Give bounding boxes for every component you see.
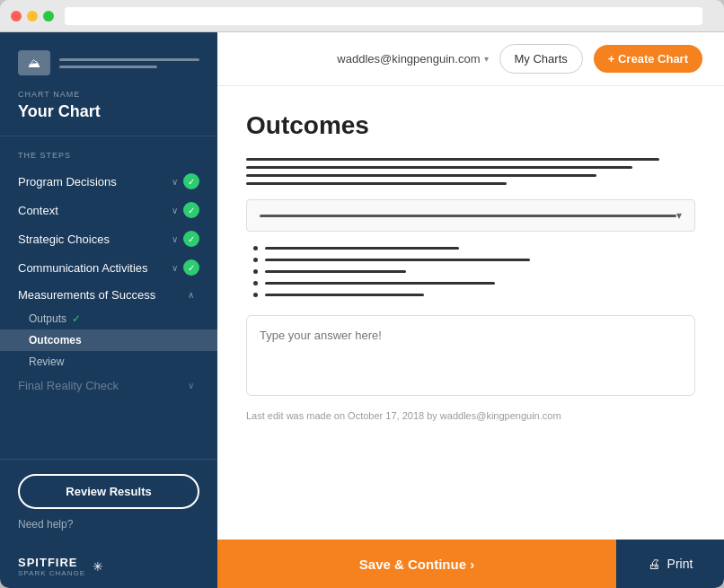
sidebar-item-context[interactable]: Context ∨ ✓	[0, 196, 217, 224]
check-icon: ✓	[183, 231, 199, 247]
bullet-text	[265, 259, 530, 261]
print-button[interactable]: 🖨 Print	[616, 540, 724, 588]
printer-icon: 🖨	[648, 557, 660, 571]
text-line-2	[246, 166, 632, 169]
nav-item-label: Program Decisions	[18, 175, 172, 189]
need-help-link[interactable]: Need help?	[18, 518, 199, 531]
sidebar-sub-review[interactable]: Review	[0, 351, 217, 373]
spitfire-icon: SPITFIRE SPARK CHANGE	[18, 556, 85, 577]
nav-item-label: Strategic Choices	[18, 233, 172, 246]
chevron-down-icon: ∨	[188, 381, 194, 391]
nav-item-label: Final Reality Check	[18, 379, 188, 392]
nav-item-label: Communication Activities	[18, 261, 172, 275]
check-icon: ✓	[72, 312, 81, 325]
chevron-down-icon: ∨	[172, 263, 178, 273]
star-icon: ✳	[93, 559, 103, 574]
dropdown-selected-value	[260, 215, 676, 217]
title-bar	[0, 0, 724, 32]
sidebar-item-communication-activities[interactable]: Communication Activities ∨ ✓	[0, 253, 217, 282]
sidebar-sub-outcomes[interactable]: Outcomes	[0, 329, 217, 351]
bottom-bar: Save & Continue › 🖨 Print	[217, 540, 724, 588]
chevron-up-icon: ∧	[188, 290, 194, 300]
minimize-button[interactable]	[27, 11, 38, 22]
chevron-down-icon: ∨	[172, 206, 178, 215]
list-item	[253, 293, 695, 297]
sidebar-item-final-reality[interactable]: Final Reality Check ∨	[0, 373, 217, 399]
sub-item-label: Outputs	[29, 312, 66, 325]
bullet-text	[265, 270, 406, 273]
close-button[interactable]	[11, 11, 22, 22]
brand-sub: SPARK CHANGE	[18, 569, 85, 577]
app-window: ⛰ CHART NAME Your Chart THE STEPS Progra…	[0, 0, 724, 588]
nav-item-label: Context	[18, 204, 172, 217]
save-continue-label: Save & Continue ›	[359, 557, 474, 572]
content-area: Outcomes ▾	[217, 86, 724, 540]
last-edit-info: Last edit was made on October 17, 2018 b…	[246, 410, 695, 421]
email-text: waddles@kingpenguin.com	[337, 52, 480, 66]
chevron-down-icon: ▾	[676, 209, 682, 222]
brand-logo: SPITFIRE SPARK CHANGE ✳	[0, 545, 217, 588]
app-body: ⛰ CHART NAME Your Chart THE STEPS Progra…	[0, 32, 724, 588]
text-line-3	[246, 174, 596, 177]
check-icon: ✓	[183, 173, 199, 189]
text-line-1	[246, 158, 659, 161]
top-bar: waddles@kingpenguin.com ▾ My Charts + Cr…	[217, 32, 724, 86]
traffic-lights	[11, 11, 54, 22]
sidebar-item-program-decisions[interactable]: Program Decisions ∨ ✓	[0, 167, 217, 196]
chevron-down-icon: ∨	[172, 234, 178, 244]
bullet-icon	[253, 269, 258, 274]
chevron-down-icon: ▾	[484, 54, 489, 64]
sidebar-item-measurements[interactable]: Measurements of Success ∧	[0, 282, 217, 308]
chart-name-label: CHART NAME	[18, 90, 199, 99]
user-email[interactable]: waddles@kingpenguin.com ▾	[337, 52, 488, 66]
nav-item-label: Measurements of Success	[18, 288, 188, 302]
list-item	[253, 269, 695, 274]
bullet-text	[265, 247, 459, 250]
sidebar: ⛰ CHART NAME Your Chart THE STEPS Progra…	[0, 32, 217, 588]
create-chart-button[interactable]: + Create Chart	[594, 45, 702, 73]
address-bar[interactable]	[65, 7, 702, 25]
bullet-icon	[253, 246, 258, 250]
maximize-button[interactable]	[43, 11, 54, 22]
bullet-icon	[253, 293, 258, 297]
sidebar-item-strategic-choices[interactable]: Strategic Choices ∨ ✓	[0, 224, 217, 253]
sub-item-label: Review	[29, 355, 64, 368]
review-results-button[interactable]: Review Results	[18, 474, 199, 509]
chart-name: Your Chart	[18, 102, 199, 121]
page-title: Outcomes	[246, 111, 695, 140]
mountain-icon: ⛰	[18, 50, 50, 75]
steps-label: THE STEPS	[0, 147, 217, 167]
logo-line-2	[59, 66, 157, 68]
check-icon: ✓	[183, 202, 199, 218]
dropdown-selector[interactable]: ▾	[246, 199, 695, 232]
sidebar-footer: Review Results Need help?	[0, 459, 217, 545]
sidebar-logo-area: ⛰	[18, 50, 199, 75]
sub-item-label: Outcomes	[29, 334, 82, 347]
bullet-list	[246, 246, 695, 297]
list-item	[253, 258, 695, 262]
bullet-icon	[253, 258, 258, 262]
bullet-icon	[253, 281, 258, 285]
answer-input[interactable]	[246, 315, 695, 396]
bullet-text	[265, 294, 424, 296]
logo-line-1	[59, 58, 199, 61]
save-continue-button[interactable]: Save & Continue ›	[217, 540, 616, 588]
sidebar-sub-outputs[interactable]: Outputs ✓	[0, 308, 217, 329]
my-charts-button[interactable]: My Charts	[499, 44, 583, 74]
print-label: Print	[667, 557, 693, 571]
list-item	[253, 246, 695, 250]
main-content: waddles@kingpenguin.com ▾ My Charts + Cr…	[217, 32, 724, 588]
sidebar-logo-lines	[59, 58, 199, 68]
list-item	[253, 281, 695, 285]
sidebar-nav: THE STEPS Program Decisions ∨ ✓ Context …	[0, 136, 217, 459]
sidebar-header: ⛰ CHART NAME Your Chart	[0, 32, 217, 136]
bullet-text	[265, 282, 495, 285]
chevron-down-icon: ∨	[172, 177, 178, 187]
brand-name: SPITFIRE	[18, 556, 78, 569]
description-text-block	[246, 158, 695, 185]
check-icon: ✓	[183, 259, 199, 276]
text-line-4	[246, 182, 507, 185]
